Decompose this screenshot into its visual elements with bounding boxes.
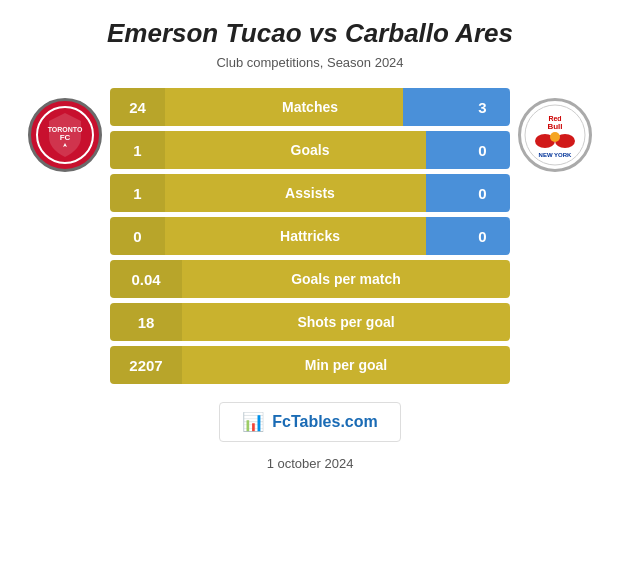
page-title: Emerson Tucao vs Carballo Ares [107,18,513,49]
matches-bar: Matches [165,88,455,126]
stat-row-matches: 24 Matches 3 [110,88,510,126]
page-container: Emerson Tucao vs Carballo Ares Club comp… [0,0,620,580]
assists-right-val: 0 [455,174,510,212]
svg-point-9 [550,132,560,142]
goals-left-val: 1 [110,131,165,169]
assists-bar: Assists [165,174,455,212]
hattricks-left-val: 0 [110,217,165,255]
shots-per-goal-label: Shots per goal [297,314,394,330]
svg-text:FC: FC [60,133,71,142]
stat-row-shots-per-goal: 18 Shots per goal [110,303,510,341]
stat-row-min-per-goal: 2207 Min per goal [110,346,510,384]
svg-text:NEW YORK: NEW YORK [539,152,573,158]
goals-per-match-bar: Goals per match [182,260,510,298]
assists-label: Assists [165,174,455,212]
stat-row-assists: 1 Assists 0 [110,174,510,212]
goals-per-match-label: Goals per match [291,271,401,287]
min-per-goal-val: 2207 [110,346,182,384]
redbull-svg: Red Bull NEW YORK [523,103,587,167]
goals-bar: Goals [165,131,455,169]
stat-row-goals-per-match: 0.04 Goals per match [110,260,510,298]
right-team-logo: Red Bull NEW YORK [510,88,600,172]
matches-left-val: 24 [110,88,165,126]
comparison-area: TORONTO FC 24 Matches 3 1 [20,88,600,384]
shots-per-goal-bar: Shots per goal [182,303,510,341]
hattricks-bar: Hattricks [165,217,455,255]
stat-row-hattricks: 0 Hattricks 0 [110,217,510,255]
matches-label: Matches [165,88,455,126]
redbull-logo-circle: Red Bull NEW YORK [518,98,592,172]
min-per-goal-bar: Min per goal [182,346,510,384]
shots-per-goal-val: 18 [110,303,182,341]
fctables-text: FcTables.com [272,413,378,431]
min-per-goal-label: Min per goal [305,357,387,373]
svg-text:TORONTO: TORONTO [48,126,83,133]
assists-left-val: 1 [110,174,165,212]
svg-text:Bull: Bull [547,122,562,131]
toronto-svg: TORONTO FC [35,105,95,165]
toronto-logo-circle: TORONTO FC [28,98,102,172]
fctables-icon: 📊 [242,411,264,433]
matches-right-val: 3 [455,88,510,126]
fctables-badge: 📊 FcTables.com [219,402,401,442]
goals-per-match-val: 0.04 [110,260,182,298]
hattricks-label: Hattricks [165,217,455,255]
stat-row-goals: 1 Goals 0 [110,131,510,169]
svg-text:Red: Red [548,115,561,122]
date-footer: 1 october 2024 [267,456,354,471]
goals-right-val: 0 [455,131,510,169]
stats-area: 24 Matches 3 1 Goals 0 1 [110,88,510,384]
hattricks-right-val: 0 [455,217,510,255]
subtitle: Club competitions, Season 2024 [216,55,403,70]
left-team-logo: TORONTO FC [20,88,110,172]
goals-label: Goals [165,131,455,169]
fctables-logo-area: 📊 FcTables.com [219,402,401,442]
